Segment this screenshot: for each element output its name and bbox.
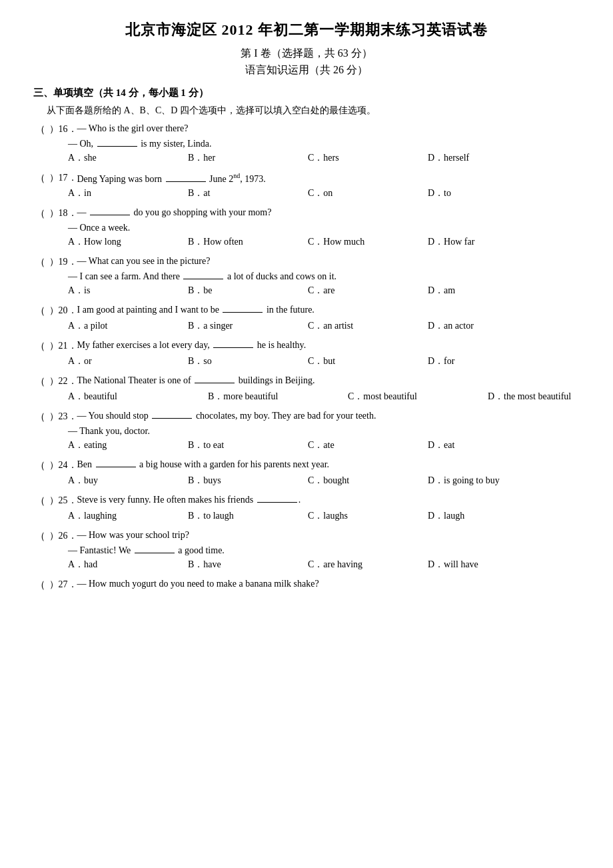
q21-prompt: My father exercises a lot every day, he …: [77, 340, 580, 351]
question-22: （ ）22． The National Theater is one of bu…: [33, 375, 580, 403]
q19-optD: D．am: [428, 285, 548, 297]
q22-paren: （: [33, 375, 45, 388]
q16-optC: C．hers: [308, 152, 428, 164]
q26-number: ）26．: [47, 530, 77, 542]
q23-options: A．eating B．to eat C．ate D．eat: [68, 439, 580, 451]
q21-options: A．or B．so C．but D．for: [68, 355, 580, 367]
question-27: （ ）27． — How much yogurt do you need to …: [33, 579, 580, 591]
q20-optA: A．a pilot: [68, 320, 188, 332]
q24-prompt: Ben a big house with a garden for his pa…: [77, 459, 580, 470]
q21-optC: C．but: [308, 355, 428, 367]
q24-number: ）24．: [47, 459, 77, 471]
question-20: （ ）20． I am good at painting and I want …: [33, 305, 580, 332]
q26-paren: （: [33, 530, 45, 543]
q19-optB: B．be: [188, 285, 308, 297]
q19-prompt: — What can you see in the picture?: [77, 256, 580, 267]
q27-prompt: — How much yogurt do you need to make a …: [77, 579, 580, 589]
q19-optA: A．is: [68, 285, 188, 297]
question-26: （ ）26． — How was your school trip? — Fan…: [33, 530, 580, 571]
q19-number: ）19．: [47, 256, 77, 268]
q17-prompt: Deng Yaping was born June 2nd, 1973.: [77, 172, 580, 185]
q16-prompt: — Who is the girl over there?: [77, 123, 580, 134]
q18-number: ）18．: [47, 207, 77, 219]
question-23: （ ）23． — You should stop chocolates, my …: [33, 411, 580, 451]
part3-title: 三、单项填空（共 14 分，每小题 1 分）: [33, 87, 580, 99]
q23-optB: B．to eat: [188, 439, 308, 451]
q25-prompt: Steve is very funny. He often makes his …: [77, 495, 580, 505]
q25-number: ）25．: [47, 495, 77, 507]
q18-optB: B．How often: [188, 236, 308, 248]
q25-paren: （: [33, 495, 45, 507]
q22-optC: C．most beautiful: [348, 391, 488, 403]
q16-optA: A．she: [68, 152, 188, 164]
q22-optD: D．the most beautiful: [488, 391, 613, 403]
q20-paren: （: [33, 305, 45, 317]
q27-number: ）27．: [47, 579, 77, 591]
question-17: （ ）17． Deng Yaping was born June 2nd, 19…: [33, 172, 580, 199]
q16-optD: D．herself: [428, 152, 548, 164]
q18-sub: — Once a week.: [68, 223, 580, 233]
q20-options: A．a pilot B．a singer C．an artist D．an ac…: [68, 320, 580, 332]
q26-sub: — Fantastic! We a good time.: [68, 545, 580, 556]
q21-paren: （: [33, 340, 45, 353]
q25-optB: B．to laugh: [188, 510, 308, 522]
q26-optA: A．had: [68, 559, 188, 571]
q26-optB: B．have: [188, 559, 308, 571]
q17-paren: （: [33, 172, 45, 185]
q17-optC: C．on: [308, 187, 428, 199]
q25-optC: C．laughs: [308, 510, 428, 522]
q19-paren: （: [33, 256, 45, 269]
question-21: （ ）21． My father exercises a lot every d…: [33, 340, 580, 367]
q16-sub: — Oh, is my sister, Linda.: [68, 139, 580, 149]
q17-number: ）17．: [47, 172, 77, 184]
q25-optD: D．laugh: [428, 510, 548, 522]
q19-optC: C．are: [308, 285, 428, 297]
q16-optB: B．her: [188, 152, 308, 164]
q18-prompt: — do you go shopping with your mom?: [77, 207, 580, 218]
q17-optD: D．to: [428, 187, 548, 199]
q24-optD: D．is going to buy: [428, 475, 548, 487]
q23-optA: A．eating: [68, 439, 188, 451]
q23-sub: — Thank you, doctor.: [68, 426, 580, 437]
q20-prompt: I am good at painting and I want to be i…: [77, 305, 580, 315]
question-16: （ ）16． — Who is the girl over there? — O…: [33, 123, 580, 164]
q22-optA: A．beautiful: [68, 391, 208, 403]
section-title: 语言知识运用（共 26 分）: [33, 63, 580, 77]
main-title: 北京市海淀区 2012 年初二第一学期期末练习英语试卷: [33, 20, 580, 40]
question-25: （ ）25． Steve is very funny. He often mak…: [33, 495, 580, 522]
q21-optD: D．for: [428, 355, 548, 367]
q23-optD: D．eat: [428, 439, 548, 451]
q23-paren: （: [33, 411, 45, 423]
question-18: （ ）18． — do you go shopping with your mo…: [33, 207, 580, 248]
q26-prompt: — How was your school trip?: [77, 530, 580, 541]
q19-options: A．is B．be C．are D．am: [68, 285, 580, 297]
q25-options: A．laughing B．to laugh C．laughs D．laugh: [68, 510, 580, 522]
vol1-subtitle: 第 I 卷（选择题，共 63 分）: [33, 47, 580, 61]
q25-optA: A．laughing: [68, 510, 188, 522]
q26-optD: D．will have: [428, 559, 548, 571]
q24-optC: C．bought: [308, 475, 428, 487]
q17-options: A．in B．at C．on D．to: [68, 187, 580, 199]
q17-optA: A．in: [68, 187, 188, 199]
q24-paren: （: [33, 459, 45, 472]
part3-instruction: 从下面各题所给的 A、B、C、D 四个选项中，选择可以填入空白处的最佳选项。: [47, 105, 580, 117]
q24-optB: B．buys: [188, 475, 308, 487]
q20-optB: B．a singer: [188, 320, 308, 332]
q21-optB: B．so: [188, 355, 308, 367]
q24-options: A．buy B．buys C．bought D．is going to buy: [68, 475, 580, 487]
q22-prompt: The National Theater is one of buildings…: [77, 375, 580, 386]
q21-optA: A．or: [68, 355, 188, 367]
q16-paren: （: [33, 123, 45, 136]
q26-optC: C．are having: [308, 559, 428, 571]
q18-optC: C．How much: [308, 236, 428, 248]
q21-number: ）21．: [47, 340, 77, 352]
q22-optB: B．more beautiful: [208, 391, 348, 403]
q23-prompt: — You should stop chocolates, my boy. Th…: [77, 411, 580, 421]
q16-options: A．she B．her C．hers D．herself: [68, 152, 580, 164]
q17-optB: B．at: [188, 187, 308, 199]
q18-optA: A．How long: [68, 236, 188, 248]
q23-optC: C．ate: [308, 439, 428, 451]
q23-number: ）23．: [47, 411, 77, 423]
q20-optD: D．an actor: [428, 320, 548, 332]
q22-options: A．beautiful B．more beautiful C．most beau…: [68, 391, 580, 403]
